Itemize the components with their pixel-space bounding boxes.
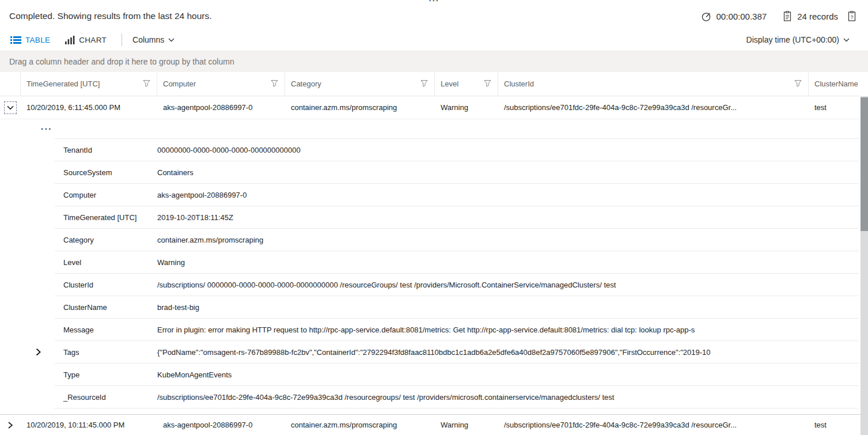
chevron-right-icon[interactable] [8,422,13,429]
column-header-label: Category [291,80,321,88]
tab-chart[interactable]: CHART [65,36,107,44]
status-bar: Completed. Showing results from the last… [9,7,856,25]
cell-level: Warning [435,415,498,435]
display-time-dropdown[interactable]: Display time (UTC+00:00) [746,35,850,44]
detail-label: ClusterName [55,303,157,312]
funnel-icon[interactable] [483,79,492,89]
detail-label: Tags [55,348,157,357]
column-header-label: Level [441,80,458,88]
cell-clusterid: /subscriptions/ee701fdc-29fe-404a-9c8c-7… [498,96,809,119]
cell-category: container.azm.ms/promscraping [285,96,435,119]
cell-timegenerated: 10/20/2019, 6:11:45.000 PM [21,96,157,119]
cell-timegenerated: 10/20/2019, 10:11:45.000 PM [21,415,157,435]
results-toolbar: TABLE CHART Columns Display time (UTC+00… [10,31,850,49]
vertical-scrollbar[interactable] [861,96,868,435]
detail-label: Category [55,236,157,244]
cell-computer: aks-agentpool-20886997-0 [157,415,285,435]
detail-row-timegenerated: TimeGenerated [UTC] 2019-10-20T18:11:45Z [55,206,859,229]
column-header-clusterid[interactable]: ClusterId [498,72,809,96]
detail-value: {"PodName":"omsagent-rs-767b89988b-fc2bv… [157,348,859,357]
cell-clustername: test [809,415,861,435]
group-by-hint: Drag a column header and drop it here to… [9,57,234,66]
detail-row-clusterid: ClusterId /subscriptions/ 0000000-0000-0… [55,274,859,296]
detail-label: TimeGenerated [UTC] [55,213,157,222]
cell-clustername: test [809,96,861,119]
status-metrics: 00:00:00.387 24 records ? [701,11,856,22]
header-expander-spacer [0,72,21,96]
detail-value: aks-agentpool-20886997-0 [157,191,859,199]
query-status-text: Completed. Showing results from the last… [9,11,212,21]
column-header-label: ClusterName [814,80,858,88]
grid-header-row: TimeGenerated [UTC] Computer Category Le… [0,72,861,96]
row-expander[interactable] [0,415,21,435]
detail-value: Containers [157,168,859,177]
detail-value: /subscriptions/ 0000000-0000-0000-0000-0… [157,281,859,289]
column-header-clustername[interactable]: ClusterName [809,72,861,96]
detail-value: Warning [157,258,859,267]
funnel-icon[interactable] [142,79,151,89]
column-header-category[interactable]: Category [285,72,435,96]
records-page-icon [783,11,792,22]
detail-row-category: Category container.azm.ms/promscraping [55,229,859,251]
detail-label: TenantId [55,146,157,154]
detail-row-tags: Tags {"PodName":"omsagent-rs-767b89988b-… [55,341,859,364]
expanded-row-details: ... TenantId 00000000-0000-0000-0000-000… [0,119,861,414]
detail-value: KubeMonAgentEvents [157,370,859,379]
chevron-down-icon [843,38,850,42]
detail-row-sourcesystem: SourceSystem Containers [55,161,859,184]
detail-value: /subscriptions/ee701fdc-29fe-404a-9c8c-7… [157,393,859,402]
tab-table[interactable]: TABLE [10,36,50,44]
detail-value: container.azm.ms/promscraping [157,236,859,244]
column-header-computer[interactable]: Computer [157,72,285,96]
funnel-icon[interactable] [270,79,279,89]
detail-row-resourceid: _ResourceId /subscriptions/ee701fdc-29fe… [55,386,859,408]
table-row[interactable]: 10/20/2019, 6:11:45.000 PM aks-agentpool… [0,96,861,119]
detail-value: 00000000-0000-0000-0000-000000000000 [157,146,859,154]
group-by-drop-zone[interactable]: Drag a column header and drop it here to… [0,51,868,72]
row-expander[interactable] [0,96,21,119]
list-icon [10,36,21,44]
cell-category: container.azm.ms/promscraping [285,415,435,435]
clipboard-icon[interactable]: ? [847,11,856,22]
cell-clusterid: /subscriptions/ee701fdc-29fe-404a-9c8c-7… [498,415,809,435]
toolbar-divider [122,33,122,46]
column-header-label: TimeGenerated [UTC] [26,80,100,88]
column-header-label: Computer [163,80,196,88]
detail-value: brad-test-big [157,303,859,312]
chevron-right-icon[interactable] [36,349,41,356]
detail-label: _ResourceId [55,393,157,402]
panel-resize-handle[interactable]: ⋯ [0,0,868,5]
detail-rows: TenantId 00000000-0000-0000-0000-0000000… [55,138,859,408]
column-header-label: ClusterId [504,80,534,88]
tab-chart-label: CHART [79,36,107,44]
record-count: 24 records [797,12,838,21]
columns-dropdown-label: Columns [132,35,164,44]
chevron-down-icon[interactable] [4,101,17,114]
column-header-level[interactable]: Level [435,72,498,96]
detail-label: Type [55,370,157,379]
detail-value: Error in plugin: error making HTTP reque… [157,326,859,334]
detail-label: Computer [55,191,157,199]
display-time-label: Display time (UTC+00:00) [746,35,839,44]
funnel-icon[interactable] [420,79,429,89]
ellipsis-icon: ... [41,122,52,131]
funnel-icon[interactable] [794,79,802,89]
detail-label: ClusterId [55,281,157,289]
bar-chart-icon [65,36,75,44]
svg-text:?: ? [850,14,853,20]
scrollbar-thumb[interactable] [861,97,868,231]
query-duration: 00:00:00.387 [717,12,767,21]
detail-label: Level [55,258,157,267]
detail-label: SourceSystem [55,168,157,177]
cell-computer: aks-agentpool-20886997-0 [157,96,285,119]
detail-row-type: Type KubeMonAgentEvents [55,364,859,386]
cell-level: Warning [435,96,498,119]
detail-label: Message [55,326,157,334]
columns-dropdown[interactable]: Columns [132,35,175,44]
detail-row-computer: Computer aks-agentpool-20886997-0 [55,184,859,206]
table-row[interactable]: 10/20/2019, 10:11:45.000 PM aks-agentpoo… [0,414,861,435]
column-header-timegenerated[interactable]: TimeGenerated [UTC] [21,72,157,96]
tab-table-label: TABLE [25,36,50,44]
detail-row-tenantid: TenantId 00000000-0000-0000-0000-0000000… [55,139,859,161]
chevron-down-icon [168,38,175,42]
